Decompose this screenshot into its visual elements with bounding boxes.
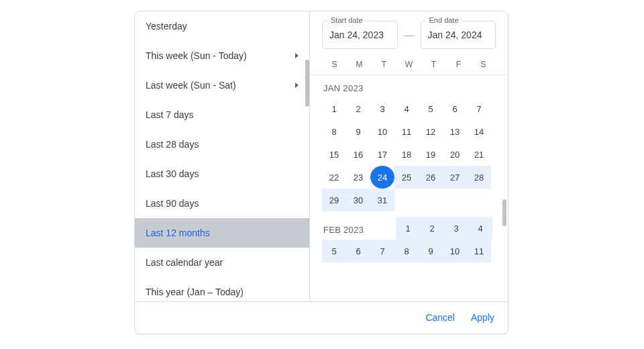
day-cell[interactable]: 4 bbox=[468, 217, 492, 240]
preset-item[interactable]: Last 28 days bbox=[135, 130, 309, 159]
day-cell[interactable]: 8 bbox=[322, 120, 346, 143]
day-cell[interactable]: 3 bbox=[444, 217, 468, 240]
day-cell[interactable]: 14 bbox=[467, 120, 491, 143]
scrollbar-thumb[interactable] bbox=[502, 199, 506, 226]
preset-item[interactable]: Last week (Sun - Sat) bbox=[135, 70, 309, 100]
day-cell[interactable]: 6 bbox=[443, 97, 467, 120]
day-cell[interactable]: 9 bbox=[419, 240, 443, 262]
day-cell[interactable]: 27 bbox=[443, 166, 467, 189]
date-inputs: Start date Jan 24, 2023 — End date Jan 2… bbox=[310, 11, 508, 56]
weekday-cell: S bbox=[471, 60, 496, 69]
day-cell[interactable]: 21 bbox=[467, 143, 491, 166]
day-cell[interactable]: 10 bbox=[443, 240, 467, 262]
scrollbar-thumb[interactable] bbox=[305, 60, 309, 107]
preset-item[interactable]: This week (Sun - Today) bbox=[135, 41, 309, 70]
day-cell[interactable]: 22 bbox=[322, 166, 346, 189]
weekday-cell: T bbox=[421, 60, 446, 69]
calendar-scroll[interactable]: JAN 202312345678910111213141516171819202… bbox=[310, 75, 508, 301]
day-cell[interactable]: 3 bbox=[370, 97, 394, 120]
preset-item[interactable]: Last calendar year bbox=[135, 248, 309, 277]
chevron-right-icon bbox=[295, 53, 299, 58]
chevron-right-icon bbox=[295, 83, 299, 88]
day-cell[interactable]: 4 bbox=[394, 97, 419, 120]
day-cell[interactable]: 30 bbox=[346, 189, 370, 211]
weekday-cell: S bbox=[322, 60, 347, 69]
preset-label: Last 30 days bbox=[146, 168, 199, 179]
preset-label: Last 12 months bbox=[146, 228, 210, 238]
month-label: FEB 2023 bbox=[322, 217, 396, 235]
range-separator: — bbox=[405, 30, 414, 40]
weekday-header: SMTWTFS bbox=[310, 56, 508, 75]
day-cell[interactable]: 29 bbox=[322, 189, 346, 211]
preset-label: Last 7 days bbox=[146, 109, 194, 120]
preset-item[interactable]: Yesterday bbox=[135, 11, 309, 41]
cancel-button[interactable]: Cancel bbox=[425, 312, 455, 323]
weekday-cell: W bbox=[396, 60, 421, 69]
day-cell[interactable]: 6 bbox=[346, 240, 370, 262]
day-cell[interactable]: 16 bbox=[346, 143, 370, 166]
end-date-label: End date bbox=[427, 16, 462, 24]
preset-item[interactable]: Last 30 days bbox=[135, 159, 309, 189]
day-cell[interactable]: 5 bbox=[322, 240, 346, 262]
month-grid: 1234 bbox=[396, 217, 496, 240]
day-cell[interactable]: 25 bbox=[394, 166, 419, 189]
day-cell[interactable]: 31 bbox=[370, 189, 394, 211]
day-cell[interactable]: 11 bbox=[394, 120, 419, 143]
day-cell[interactable]: 8 bbox=[394, 240, 419, 262]
day-cell[interactable]: 15 bbox=[322, 143, 346, 166]
weekday-cell: F bbox=[446, 60, 471, 69]
month-grid: 567891011 bbox=[322, 240, 496, 262]
preset-label: Yesterday bbox=[146, 21, 187, 32]
preset-label: Last calendar year bbox=[146, 257, 223, 268]
day-cell[interactable]: 2 bbox=[420, 217, 444, 240]
weekday-cell: M bbox=[347, 60, 372, 69]
day-cell[interactable]: 2 bbox=[346, 97, 370, 120]
day-cell[interactable]: 17 bbox=[370, 143, 394, 166]
preset-label: This year (Jan – Today) bbox=[146, 287, 244, 297]
preset-label: This week (Sun - Today) bbox=[146, 50, 247, 61]
day-cell[interactable]: 1 bbox=[396, 217, 420, 240]
day-cell[interactable]: 5 bbox=[419, 97, 443, 120]
picker-footer: Cancel Apply bbox=[135, 301, 508, 334]
start-date-value: Jan 24, 2023 bbox=[329, 30, 384, 40]
month-grid: 1234567891011121314151617181920212223242… bbox=[322, 97, 496, 211]
end-date-field[interactable]: End date Jan 24, 2024 bbox=[421, 21, 496, 49]
day-cell[interactable]: 7 bbox=[467, 97, 491, 120]
day-cell[interactable]: 20 bbox=[443, 143, 467, 166]
day-cell[interactable]: 13 bbox=[443, 120, 467, 143]
start-date-label: Start date bbox=[328, 16, 366, 24]
preset-label: Last 90 days bbox=[146, 198, 199, 209]
preset-item[interactable]: Last 90 days bbox=[135, 189, 309, 218]
preset-item[interactable]: Last 7 days bbox=[135, 100, 309, 130]
day-cell[interactable]: 1 bbox=[322, 97, 346, 120]
day-cell[interactable]: 7 bbox=[370, 240, 394, 262]
preset-label: Last 28 days bbox=[146, 139, 199, 150]
day-cell[interactable]: 23 bbox=[346, 166, 370, 189]
day-cell[interactable]: 11 bbox=[467, 240, 491, 262]
preset-list[interactable]: YesterdayThis week (Sun - Today)Last wee… bbox=[135, 11, 310, 301]
end-date-value: Jan 24, 2024 bbox=[428, 30, 482, 40]
day-cell[interactable]: 24 bbox=[370, 166, 394, 189]
preset-label: Last week (Sun - Sat) bbox=[146, 80, 236, 91]
day-cell[interactable]: 19 bbox=[419, 143, 443, 166]
day-cell[interactable]: 28 bbox=[467, 166, 491, 189]
calendar-pane: Start date Jan 24, 2023 — End date Jan 2… bbox=[310, 11, 508, 301]
day-cell[interactable]: 10 bbox=[370, 120, 394, 143]
day-cell[interactable]: 9 bbox=[346, 120, 370, 143]
preset-item[interactable]: This year (Jan – Today) bbox=[135, 277, 309, 301]
month-label: JAN 2023 bbox=[322, 75, 496, 97]
date-range-picker: YesterdayThis week (Sun - Today)Last wee… bbox=[134, 11, 508, 334]
day-cell[interactable]: 18 bbox=[394, 143, 419, 166]
weekday-cell: T bbox=[372, 60, 396, 69]
month-row: FEB 20231234 bbox=[322, 211, 496, 240]
start-date-field[interactable]: Start date Jan 24, 2023 bbox=[322, 21, 398, 49]
apply-button[interactable]: Apply bbox=[471, 312, 494, 323]
day-cell[interactable]: 12 bbox=[419, 120, 443, 143]
day-cell[interactable]: 26 bbox=[419, 166, 443, 189]
preset-item[interactable]: Last 12 months bbox=[135, 218, 309, 248]
picker-body: YesterdayThis week (Sun - Today)Last wee… bbox=[135, 11, 508, 301]
